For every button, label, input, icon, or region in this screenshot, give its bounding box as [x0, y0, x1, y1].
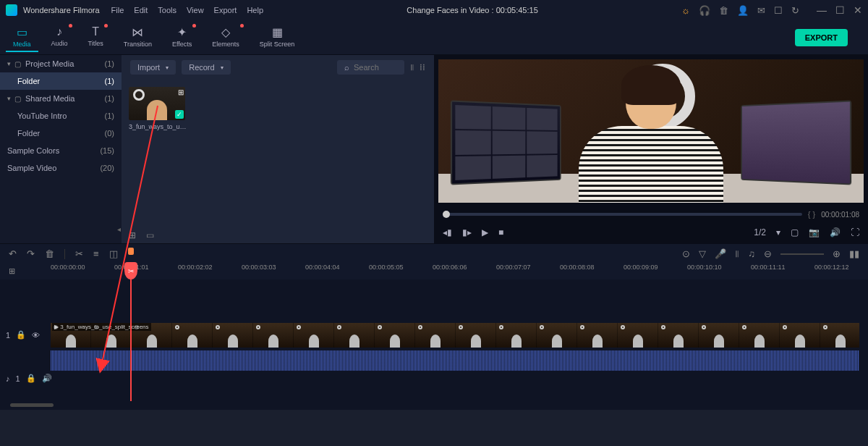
zoom-slider[interactable] [780, 253, 824, 255]
tab-audio[interactable]: ♪Audio [44, 22, 75, 52]
menu-edit[interactable]: Edit [134, 6, 148, 14]
next-frame-button[interactable]: ▮▸ [462, 227, 472, 237]
timeline-scrollbar[interactable] [0, 401, 868, 410]
redo-button[interactable]: ↷ [27, 248, 35, 259]
mail-icon[interactable]: ☐ [774, 5, 783, 16]
music-icon[interactable]: ♫ [748, 248, 755, 259]
user-icon[interactable]: 👤 [737, 5, 749, 16]
chevron-down-icon: ▾ [7, 95, 14, 102]
audio-track-header[interactable]: ♪1🔒🔊 [6, 374, 52, 383]
timeline[interactable]: 1🔒👁 ♪1🔒🔊 ▶ 3_fun_ways_to_use_split_scree… [0, 279, 868, 401]
audio-icon: ♪ [56, 25, 62, 38]
snapshot-icon[interactable]: 📷 [809, 227, 820, 237]
media-footer: ⊞ ▭ [129, 230, 154, 240]
render-icon[interactable]: ⊙ [682, 248, 690, 259]
eye-icon[interactable]: 👁 [32, 331, 40, 340]
menu-help[interactable]: Help [247, 6, 263, 14]
media-sidebar: ▾▢Project Media(1) Folder(1) ▾▢Shared Me… [0, 55, 122, 243]
play-button[interactable]: ▶ [482, 227, 488, 237]
chevron-down-icon[interactable]: ▾ [776, 227, 780, 237]
sidebar-folder-2[interactable]: Folder(0) [0, 125, 122, 142]
menu-export[interactable]: Export [214, 6, 237, 14]
media-clip[interactable]: ⊞ ✓ 3_fun_ways_to_use_spl... [129, 87, 187, 130]
prev-frame-button[interactable]: ◂▮ [443, 227, 452, 237]
sidebar-sample-colors[interactable]: Sample Colors(15) [0, 142, 122, 159]
stop-button[interactable]: ■ [498, 227, 503, 237]
scrollbar-thumb[interactable] [10, 403, 54, 407]
tab-effects[interactable]: ✦Effects [165, 22, 199, 52]
audio-clip[interactable] [51, 350, 859, 371]
tab-splitscreen[interactable]: ▦Split Screen [252, 22, 302, 52]
sidebar-folder[interactable]: Folder(1) [0, 72, 122, 90]
lock-icon[interactable]: 🔒 [26, 374, 36, 383]
new-folder-icon[interactable]: ⊞ [129, 230, 136, 240]
close-button[interactable]: ✕ [854, 4, 862, 16]
minimize-button[interactable]: — [817, 4, 827, 16]
record-dropdown[interactable]: Record▾ [182, 60, 230, 75]
sidebar-sample-video[interactable]: Sample Video(20) [0, 159, 122, 177]
video-clip[interactable] [51, 323, 859, 348]
message-icon[interactable]: ✉ [757, 5, 765, 16]
maximize-button[interactable]: ☐ [835, 4, 845, 16]
grid-icon[interactable]: ⁞⁞ [420, 62, 425, 72]
refresh-icon[interactable]: ↻ [791, 5, 799, 16]
chevron-down-icon: ▾ [221, 64, 224, 71]
media-grid: ⊞ ✓ 3_fun_ways_to_use_spl... [122, 80, 434, 138]
tab-media[interactable]: ▭Media [6, 22, 38, 52]
sidebar-project-media[interactable]: ▾▢Project Media(1) [0, 55, 122, 72]
cut-button[interactable]: ✂ [75, 248, 83, 259]
search-box[interactable]: ⌕ [337, 60, 404, 75]
preview-video[interactable] [438, 59, 864, 203]
zoom-out-button[interactable]: ⊖ [764, 248, 772, 259]
sidebar-shared-media[interactable]: ▾▢Shared Media(1) [0, 90, 122, 107]
clip-thumbnail[interactable]: ⊞ ✓ [129, 87, 185, 120]
display-icon[interactable]: ▢ [791, 227, 799, 237]
menu-tools[interactable]: Tools [158, 6, 176, 14]
import-dropdown[interactable]: Import▾ [130, 60, 176, 75]
zoom-in-button[interactable]: ⊕ [833, 248, 841, 259]
settings-icon[interactable]: ≡ [93, 248, 99, 259]
menu-view[interactable]: View [187, 6, 204, 14]
headphone-icon[interactable]: 🎧 [699, 5, 710, 16]
chevron-down-icon: ▾ [7, 60, 14, 67]
tab-elements[interactable]: ◇Elements [205, 22, 247, 52]
delete-button[interactable]: 🗑 [45, 248, 54, 259]
bulb-icon[interactable]: ☼ [681, 5, 690, 16]
undo-button[interactable]: ↶ [9, 248, 17, 259]
marker-icon[interactable]: ▽ [699, 248, 706, 259]
effects-icon: ✦ [177, 25, 187, 39]
filter-icon[interactable]: ⫴ [410, 62, 414, 72]
splitscreen-icon: ▦ [272, 25, 283, 39]
video-track-header[interactable]: 1🔒👁 [6, 330, 40, 340]
crop-icon[interactable]: ◫ [109, 248, 118, 259]
zoom-label[interactable]: 1/2 [754, 227, 766, 237]
volume-icon[interactable]: 🔊 [830, 227, 841, 237]
marker-icon[interactable] [128, 248, 134, 255]
clip-menu-icon[interactable]: ⊞ [178, 88, 184, 96]
preview-timecode: 00:00:01:08 [821, 211, 859, 219]
trash-icon[interactable]: 🗑 [719, 5, 728, 16]
mixer-icon[interactable]: ⫴ [735, 248, 739, 260]
check-icon: ✓ [175, 110, 184, 119]
mic-icon[interactable]: 🎤 [715, 248, 726, 259]
menu-file[interactable]: File [111, 6, 124, 14]
transition-icon: ⋈ [132, 25, 143, 39]
lock-icon[interactable]: 🔒 [16, 330, 26, 340]
bracket-icon[interactable]: { } [808, 210, 815, 219]
fullscreen-icon[interactable]: ⛶ [851, 227, 859, 237]
ruler-head-icon[interactable]: ⊞ [9, 266, 15, 276]
folder-open-icon[interactable]: ▭ [146, 230, 154, 240]
export-button[interactable]: EXPORT [795, 29, 848, 46]
tab-titles[interactable]: TTitles [81, 22, 111, 52]
playhead[interactable] [130, 279, 132, 401]
tab-transition[interactable]: ⋈Transition [116, 22, 159, 52]
scrub-handle[interactable] [443, 211, 450, 218]
elements-icon: ◇ [221, 25, 230, 39]
search-input[interactable] [354, 63, 397, 72]
sidebar-collapse-icon[interactable]: ◂ [117, 225, 121, 233]
playhead-handle[interactable] [124, 262, 137, 279]
scrub-track[interactable] [443, 213, 802, 216]
fit-icon[interactable]: ▮▮ [849, 248, 859, 259]
sidebar-youtube-intro[interactable]: YouTube Intro(1) [0, 107, 122, 125]
speaker-icon[interactable]: 🔊 [42, 374, 52, 383]
